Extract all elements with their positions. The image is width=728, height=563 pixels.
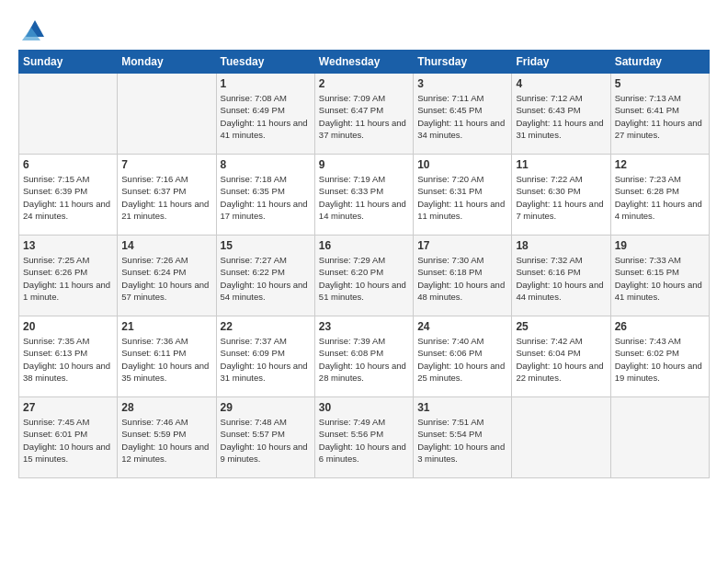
day-number: 17 — [417, 239, 507, 252]
day-number: 9 — [319, 158, 409, 171]
day-number: 13 — [23, 239, 113, 252]
day-number: 4 — [516, 77, 606, 90]
day-number: 29 — [221, 401, 311, 414]
cell-info: Sunrise: 7:13 AM Sunset: 6:41 PM Dayligh… — [615, 92, 705, 141]
day-number: 24 — [417, 320, 507, 333]
cell-info: Sunrise: 7:37 AM Sunset: 6:09 PM Dayligh… — [221, 335, 311, 384]
logo — [18, 15, 48, 40]
calendar-cell: 14Sunrise: 7:26 AM Sunset: 6:24 PM Dayli… — [118, 236, 216, 316]
calendar-cell: 19Sunrise: 7:33 AM Sunset: 6:15 PM Dayli… — [610, 236, 709, 316]
calendar-cell: 25Sunrise: 7:42 AM Sunset: 6:04 PM Dayli… — [512, 316, 610, 397]
calendar-cell — [19, 74, 118, 155]
calendar-cell: 13Sunrise: 7:25 AM Sunset: 6:26 PM Dayli… — [19, 236, 118, 316]
header-day: Monday — [118, 51, 216, 74]
calendar-cell: 4Sunrise: 7:12 AM Sunset: 6:43 PM Daylig… — [512, 74, 610, 155]
day-number: 25 — [516, 320, 606, 333]
calendar-cell: 27Sunrise: 7:45 AM Sunset: 6:01 PM Dayli… — [19, 397, 118, 478]
calendar-week: 6Sunrise: 7:15 AM Sunset: 6:39 PM Daylig… — [19, 155, 710, 236]
cell-info: Sunrise: 7:22 AM Sunset: 6:30 PM Dayligh… — [516, 173, 606, 222]
calendar-cell: 8Sunrise: 7:18 AM Sunset: 6:35 PM Daylig… — [216, 155, 314, 236]
calendar-cell: 10Sunrise: 7:20 AM Sunset: 6:31 PM Dayli… — [414, 155, 512, 236]
calendar-cell: 30Sunrise: 7:49 AM Sunset: 5:56 PM Dayli… — [314, 397, 413, 478]
cell-info: Sunrise: 7:11 AM Sunset: 6:45 PM Dayligh… — [417, 92, 507, 141]
day-number: 11 — [516, 158, 606, 171]
cell-info: Sunrise: 7:08 AM Sunset: 6:49 PM Dayligh… — [221, 92, 311, 141]
day-number: 12 — [615, 158, 705, 171]
calendar-cell: 23Sunrise: 7:39 AM Sunset: 6:08 PM Dayli… — [314, 316, 413, 397]
day-number: 23 — [319, 320, 409, 333]
cell-info: Sunrise: 7:20 AM Sunset: 6:31 PM Dayligh… — [417, 173, 507, 222]
calendar-cell: 5Sunrise: 7:13 AM Sunset: 6:41 PM Daylig… — [610, 74, 709, 155]
day-number: 22 — [221, 320, 311, 333]
calendar-cell: 29Sunrise: 7:48 AM Sunset: 5:57 PM Dayli… — [216, 397, 314, 478]
calendar-cell: 17Sunrise: 7:30 AM Sunset: 6:18 PM Dayli… — [414, 236, 512, 316]
day-number: 31 — [417, 401, 507, 414]
cell-info: Sunrise: 7:33 AM Sunset: 6:15 PM Dayligh… — [615, 254, 705, 303]
calendar-cell — [118, 74, 216, 155]
day-number: 2 — [319, 77, 409, 90]
calendar-cell: 15Sunrise: 7:27 AM Sunset: 6:22 PM Dayli… — [216, 236, 314, 316]
header-day: Saturday — [610, 51, 709, 74]
calendar-cell: 18Sunrise: 7:32 AM Sunset: 6:16 PM Dayli… — [512, 236, 610, 316]
calendar-cell — [610, 397, 709, 478]
calendar-week: 1Sunrise: 7:08 AM Sunset: 6:49 PM Daylig… — [19, 74, 710, 155]
calendar-week: 13Sunrise: 7:25 AM Sunset: 6:26 PM Dayli… — [19, 236, 710, 316]
day-number: 14 — [121, 239, 211, 252]
header-day: Thursday — [414, 51, 512, 74]
cell-info: Sunrise: 7:49 AM Sunset: 5:56 PM Dayligh… — [319, 416, 409, 465]
header-day: Tuesday — [216, 51, 314, 74]
day-number: 7 — [121, 158, 211, 171]
cell-info: Sunrise: 7:39 AM Sunset: 6:08 PM Dayligh… — [319, 335, 409, 384]
calendar-cell — [512, 397, 610, 478]
cell-info: Sunrise: 7:27 AM Sunset: 6:22 PM Dayligh… — [221, 254, 311, 303]
day-number: 6 — [23, 158, 113, 171]
calendar-cell: 22Sunrise: 7:37 AM Sunset: 6:09 PM Dayli… — [216, 316, 314, 397]
header-day: Friday — [512, 51, 610, 74]
calendar-cell: 16Sunrise: 7:29 AM Sunset: 6:20 PM Dayli… — [314, 236, 413, 316]
cell-info: Sunrise: 7:42 AM Sunset: 6:04 PM Dayligh… — [516, 335, 606, 384]
cell-info: Sunrise: 7:25 AM Sunset: 6:26 PM Dayligh… — [23, 254, 113, 303]
day-number: 21 — [121, 320, 211, 333]
cell-info: Sunrise: 7:29 AM Sunset: 6:20 PM Dayligh… — [319, 254, 409, 303]
calendar-cell: 21Sunrise: 7:36 AM Sunset: 6:11 PM Dayli… — [118, 316, 216, 397]
calendar-cell: 6Sunrise: 7:15 AM Sunset: 6:39 PM Daylig… — [19, 155, 118, 236]
header-row: SundayMondayTuesdayWednesdayThursdayFrid… — [19, 51, 710, 74]
day-number: 15 — [221, 239, 311, 252]
calendar-cell: 20Sunrise: 7:35 AM Sunset: 6:13 PM Dayli… — [19, 316, 118, 397]
logo-icon — [22, 15, 48, 40]
day-number: 10 — [417, 158, 507, 171]
calendar-cell: 7Sunrise: 7:16 AM Sunset: 6:37 PM Daylig… — [118, 155, 216, 236]
day-number: 18 — [516, 239, 606, 252]
header-day: Wednesday — [314, 51, 413, 74]
header — [18, 15, 710, 40]
day-number: 26 — [615, 320, 705, 333]
calendar-cell: 26Sunrise: 7:43 AM Sunset: 6:02 PM Dayli… — [610, 316, 709, 397]
calendar-cell: 28Sunrise: 7:46 AM Sunset: 5:59 PM Dayli… — [118, 397, 216, 478]
calendar-cell: 2Sunrise: 7:09 AM Sunset: 6:47 PM Daylig… — [314, 74, 413, 155]
calendar-cell: 11Sunrise: 7:22 AM Sunset: 6:30 PM Dayli… — [512, 155, 610, 236]
cell-info: Sunrise: 7:36 AM Sunset: 6:11 PM Dayligh… — [121, 335, 211, 384]
calendar-table: SundayMondayTuesdayWednesdayThursdayFrid… — [18, 50, 710, 478]
cell-info: Sunrise: 7:32 AM Sunset: 6:16 PM Dayligh… — [516, 254, 606, 303]
day-number: 27 — [23, 401, 113, 414]
cell-info: Sunrise: 7:48 AM Sunset: 5:57 PM Dayligh… — [221, 416, 311, 465]
day-number: 1 — [221, 77, 311, 90]
cell-info: Sunrise: 7:40 AM Sunset: 6:06 PM Dayligh… — [417, 335, 507, 384]
cell-info: Sunrise: 7:18 AM Sunset: 6:35 PM Dayligh… — [221, 173, 311, 222]
day-number: 20 — [23, 320, 113, 333]
cell-info: Sunrise: 7:19 AM Sunset: 6:33 PM Dayligh… — [319, 173, 409, 222]
cell-info: Sunrise: 7:26 AM Sunset: 6:24 PM Dayligh… — [121, 254, 211, 303]
cell-info: Sunrise: 7:35 AM Sunset: 6:13 PM Dayligh… — [23, 335, 113, 384]
day-number: 28 — [121, 401, 211, 414]
day-number: 3 — [417, 77, 507, 90]
calendar-cell: 24Sunrise: 7:40 AM Sunset: 6:06 PM Dayli… — [414, 316, 512, 397]
calendar-cell: 31Sunrise: 7:51 AM Sunset: 5:54 PM Dayli… — [414, 397, 512, 478]
cell-info: Sunrise: 7:46 AM Sunset: 5:59 PM Dayligh… — [121, 416, 211, 465]
cell-info: Sunrise: 7:45 AM Sunset: 6:01 PM Dayligh… — [23, 416, 113, 465]
calendar-cell: 9Sunrise: 7:19 AM Sunset: 6:33 PM Daylig… — [314, 155, 413, 236]
calendar-cell: 12Sunrise: 7:23 AM Sunset: 6:28 PM Dayli… — [610, 155, 709, 236]
cell-info: Sunrise: 7:23 AM Sunset: 6:28 PM Dayligh… — [615, 173, 705, 222]
day-number: 30 — [319, 401, 409, 414]
day-number: 8 — [221, 158, 311, 171]
calendar-cell: 3Sunrise: 7:11 AM Sunset: 6:45 PM Daylig… — [414, 74, 512, 155]
